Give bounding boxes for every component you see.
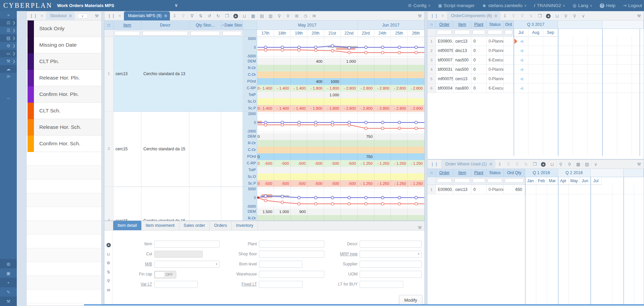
- filter-input-order[interactable]: [437, 178, 452, 183]
- chevron-circle-icon[interactable]: ∨: [579, 13, 588, 18]
- wrench-icon[interactable]: ⚒: [418, 225, 422, 230]
- input-var-lt[interactable]: [154, 281, 198, 288]
- input-item[interactable]: [154, 241, 220, 248]
- wrench-icon[interactable]: ⚒: [95, 13, 99, 18]
- drag-handle-icon[interactable]: ⋮⋮: [104, 13, 118, 18]
- select-all-checkbox[interactable]: □: [104, 20, 113, 30]
- excel-icon[interactable]: ▦: [574, 162, 583, 167]
- trash-icon[interactable]: ⊔: [553, 13, 561, 18]
- tab-close-icon[interactable]: ⊗: [164, 13, 167, 18]
- trash-icon[interactable]: ⊔: [104, 252, 112, 256]
- sidebar-item-save[interactable]: ▣: [0, 268, 17, 278]
- chat-icon[interactable]: ✉: [310, 13, 318, 18]
- tab-order-components[interactable]: OrderComponents (6)⊗: [447, 11, 500, 20]
- filter-clear-icon[interactable]: ∇: [104, 279, 112, 284]
- col-descr[interactable]: Descr: [141, 20, 189, 30]
- filter-edit-icon[interactable]: ∇: [518, 13, 526, 18]
- timeline-row[interactable]: ◀: [514, 65, 644, 74]
- drag-handle-icon[interactable]: ⋮⋮: [427, 162, 441, 167]
- chevron-down-button[interactable]: ∨: [77, 13, 88, 18]
- redo-icon[interactable]: ↻: [214, 13, 222, 18]
- nav-item-training2[interactable]: iTRAINING2∨: [534, 3, 565, 8]
- select-m-b[interactable]: ▾: [154, 261, 220, 268]
- sidebar-item-gears[interactable]: ⚙❯: [0, 42, 17, 50]
- legend-item[interactable]: Confirm Hor. Sch.: [27, 136, 101, 152]
- pdf-icon[interactable]: ▤: [257, 13, 266, 18]
- filter-input-status[interactable]: [488, 178, 502, 183]
- sidebar-item-resize[interactable]: ↔: [0, 94, 17, 102]
- wrench-icon[interactable]: ⚒: [637, 13, 641, 18]
- add-icon[interactable]: +: [544, 13, 553, 18]
- timeline-row[interactable]: ◀: [514, 55, 644, 65]
- nav-item-script-manager[interactable]: ▣Script manager: [438, 3, 474, 8]
- nav-item-lang[interactable]: ◍Lang∨: [572, 3, 592, 8]
- col-order[interactable]: Order: [436, 169, 453, 177]
- filter-input-plant[interactable]: [472, 30, 485, 35]
- nav-item-help[interactable]: ?Help: [600, 3, 615, 8]
- legend-item[interactable]: Stock Only: [27, 20, 101, 37]
- legend-item[interactable]: CLT Sch.: [27, 103, 101, 119]
- tab-stockout[interactable]: Stockout⊗: [46, 11, 75, 20]
- input-shop-floor[interactable]: [259, 251, 324, 258]
- chevron-circle-icon[interactable]: ∨: [591, 162, 600, 167]
- print-icon[interactable]: ▥: [266, 13, 275, 18]
- trash-icon[interactable]: ⊔: [240, 13, 248, 18]
- filter-input-item[interactable]: [454, 178, 470, 183]
- tab-item-detail[interactable]: Item detail: [113, 221, 141, 230]
- tab-close-icon[interactable]: ⊗: [494, 13, 498, 18]
- tab-order-where-used[interactable]: Order Where Used (1)⊗: [441, 160, 495, 169]
- filter-icon[interactable]: ∇: [509, 13, 518, 18]
- tab-inventory[interactable]: Inventory: [232, 221, 258, 230]
- tab-close-icon[interactable]: ⊗: [489, 162, 493, 166]
- nav-item-config[interactable]: ⚙Config∨: [408, 3, 430, 8]
- sidebar-item-expand[interactable]: »: [0, 11, 17, 19]
- pdf-icon[interactable]: ▤: [583, 162, 591, 167]
- resize-bar[interactable]: [84, 304, 644, 305]
- col-item[interactable]: Item: [453, 20, 471, 29]
- swap-icon[interactable]: ⇅: [521, 162, 530, 167]
- col-plant[interactable]: Plant: [471, 169, 487, 177]
- filter-input-status[interactable]: [488, 30, 502, 35]
- legend-item[interactable]: Confirm Hor. Pln.: [27, 86, 101, 103]
- calendar-icon[interactable]: ⊞: [292, 13, 301, 18]
- add-icon[interactable]: +: [104, 243, 112, 247]
- select-all-checkbox[interactable]: □: [427, 20, 436, 29]
- input-warehouse[interactable]: [259, 271, 324, 278]
- filter-input-qty[interactable]: [505, 178, 524, 183]
- filter-input-order[interactable]: [437, 30, 452, 35]
- legend-item[interactable]: Missing on Date: [27, 37, 101, 53]
- legend-item[interactable]: Release Hor. Pln.: [27, 70, 101, 86]
- input-plant[interactable]: [259, 241, 324, 248]
- col-item[interactable]: Item: [453, 169, 471, 177]
- wrench-icon[interactable]: ⚒: [637, 162, 641, 167]
- zoom-icon[interactable]: ⚲: [565, 162, 574, 167]
- material-item-row[interactable]: 2cerc15Cerchio standard da 1520000-2000D…: [104, 112, 424, 187]
- clock-icon[interactable]: ◷: [301, 13, 310, 18]
- tab-close-icon[interactable]: ⊗: [69, 13, 72, 18]
- input-col[interactable]: [154, 251, 203, 258]
- add-icon[interactable]: +: [231, 13, 240, 18]
- material-item-row[interactable]: 1cerc13Cerchio standard da 1350000-5000D…: [104, 37, 424, 112]
- tab-materials-mps[interactable]: Materials MPS (9)⊗: [124, 11, 170, 20]
- filter-input-ord[interactable]: [505, 30, 512, 35]
- sidebar-item-tools[interactable]: ⚒❯: [0, 57, 17, 65]
- modify-button[interactable]: Modify: [399, 295, 422, 305]
- col-qty-stock[interactable]: Qty Stoc...: [189, 20, 221, 30]
- col-ord[interactable]: Ord: [504, 20, 514, 29]
- col-qty[interactable]: Ord Qty: [504, 169, 525, 177]
- legend-item[interactable]: CLT Pln.: [27, 53, 101, 70]
- filter-edit-icon[interactable]: ∇: [187, 13, 196, 18]
- col-order[interactable]: Order: [436, 20, 453, 29]
- search-icon[interactable]: ⚲: [561, 13, 570, 18]
- sidebar-item-edit[interactable]: ✎: [0, 287, 17, 297]
- timeline-row[interactable]: ◀: [514, 46, 644, 55]
- layout-icon[interactable]: ⇩: [170, 13, 179, 18]
- nav-item-logout[interactable]: ⇥Logout: [623, 3, 642, 8]
- filter-input-col-qty-stock[interactable]: [190, 31, 220, 36]
- swap-icon[interactable]: ⇅: [526, 13, 535, 18]
- tab-sales-order[interactable]: Sales order: [179, 221, 210, 230]
- sidebar-item-wrench[interactable]: ⚒: [0, 297, 17, 306]
- col-date-stockout[interactable]: ↓¹Date Stocko: [221, 20, 243, 30]
- chat-icon[interactable]: ✉: [104, 288, 112, 293]
- tab-item-movement[interactable]: Item movement: [141, 221, 179, 230]
